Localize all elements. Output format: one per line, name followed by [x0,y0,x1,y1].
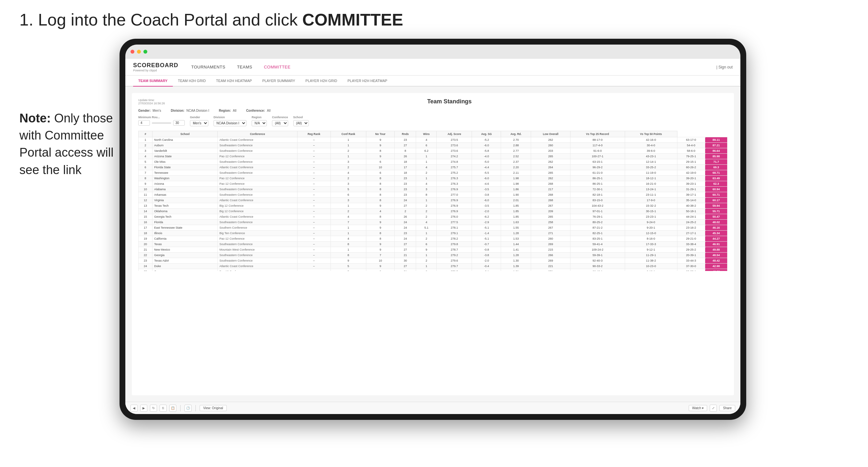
cell-avg-sg: -0.4 [472,263,501,269]
cell: 29-15-1 [677,159,705,165]
cell: 29-21-0 [677,236,705,242]
cell-wins: 2 [416,209,437,214]
table-row[interactable]: 10AlabamaSoutheastern Conference–5823327… [138,187,727,192]
cell-vs-top25: 87-21-2 [570,225,625,230]
sub-nav-player-summary[interactable]: PLAYER SUMMARY [257,75,301,87]
rounds-slider[interactable] [152,122,171,124]
table-row[interactable]: 9ArizonaPac-12 Conference–38234276.3-4.6… [138,181,727,187]
table-row[interactable]: 14OklahomaBig 12 Conference–2422276.9-2.… [138,209,727,214]
table-row[interactable]: 23Texas A&MSoutheastern Conference–91030… [138,258,727,263]
cell-vs-top50: 10-23-0 [625,263,677,269]
toolbar-back-btn[interactable]: ◀ [130,405,137,412]
table-row[interactable]: 11ArkansasSoutheastern Conference–682382… [138,192,727,198]
sub-nav-team-h2h-grid[interactable]: TEAM H2H GRID [173,75,211,87]
table-row[interactable]: 8WashingtonPac-12 Conference–28231276.3-… [138,176,727,181]
cell-wins: 2 [416,214,437,220]
table-row[interactable]: 12VirginiaAtlantic Coast Conference–3824… [138,198,727,203]
cell-no-tour: 8 [366,176,395,181]
sub-nav-team-h2h-heatmap[interactable]: TEAM H2H HEATMAP [211,75,257,87]
cell-rank: 22 [138,253,153,258]
cell-vs-top25: 117-4-0 [570,143,625,148]
table-row[interactable]: 2AuburnSoutheastern Conference–19276273.… [138,143,727,148]
view-original-button[interactable]: View: Original [199,405,227,411]
cell-wins: 6 [416,242,437,247]
min-rounds-to-input[interactable] [173,120,185,126]
table-row[interactable]: 15Georgia TechAtlantic Coast Conference–… [138,214,727,220]
share-button[interactable]: Share [719,405,735,411]
cell-vs-top50: 42-16-0 [625,137,677,143]
browser-minimize[interactable] [137,50,141,54]
cell-conf-rank: 5 [331,269,366,271]
sign-out-link[interactable]: | Sign out [716,65,733,69]
nav-tournaments[interactable]: TOURNAMENTS [191,63,225,71]
table-scroll-area[interactable]: # School Conference Reg Rank Conf Rank N… [138,129,727,271]
table-row[interactable]: 17East Tennessee StateSouthern Conferenc… [138,225,727,230]
cell-low-overall: 221 [531,263,570,269]
cell: 35-14-0 [677,198,705,203]
sub-nav-team-summary[interactable]: TEAM SUMMARY [133,75,173,87]
table-row[interactable]: 1North CarolinaAtlantic Coast Conference… [138,137,727,143]
cell-low-overall: 258 [531,220,570,225]
table-row[interactable]: 24DukeAtlantic Coast Conference–59271279… [138,263,727,269]
toolbar-paste-btn[interactable]: 📋 [169,405,176,412]
table-row[interactable]: 25OregonPac-12 Conference–59210279.5-3.1… [138,269,727,271]
cell-adj-score: 278.7 [437,247,472,253]
cell-conf-rank: 6 [331,192,366,198]
table-row[interactable]: 16FloridaSoutheastern Conference–7924427… [138,220,727,225]
table-row[interactable]: 7TennesseeSoutheastern Conference–461822… [138,170,727,176]
table-row[interactable]: 4Arizona StatePac-12 Conference–19261274… [138,154,727,159]
cell-avg-rd: 1.30 [501,258,531,263]
watch-button[interactable]: Watch ▾ [689,405,708,411]
cell: 31-29-1 [677,187,705,192]
cell-avg-sg: -2.0 [472,209,501,214]
cell: 54-4-0 [677,143,705,148]
cell-low-overall: 268 [531,192,570,198]
cell-rnds: 23 [395,181,416,187]
table-row[interactable]: 20TexasSoutheastern Conference–89276279.… [138,242,727,247]
update-time: Update time: 27/03/2024 16:56:26 [138,98,165,105]
browser-maximize[interactable] [144,50,147,54]
cell-no-tour: 9 [366,269,395,271]
sub-nav-player-h2h-grid[interactable]: PLAYER H2H GRID [301,75,342,87]
toolbar-expand-btn[interactable]: ⤢ [710,405,717,412]
cell-reg-rank: – [297,258,331,263]
cell-conference: Southeastern Conference [218,220,297,225]
toolbar-clock-btn[interactable]: 🕐 [184,405,192,412]
gender-select[interactable]: Men's [190,120,208,126]
cell-adj-score: 273.6 [437,148,472,154]
toolbar-forward-btn[interactable]: ▶ [140,405,147,412]
table-row[interactable]: 18IllinoisBig Ten Conference–18231279.1-… [138,230,727,236]
nav-committee[interactable]: COMMITTEE [264,63,291,71]
toolbar-refresh-btn[interactable]: ↻ [150,405,157,412]
table-row[interactable]: 5Ole MissSoutheastern Conference–3618127… [138,159,727,165]
school-select[interactable]: (All) [293,120,309,126]
nav-teams[interactable]: TEAMS [237,63,252,71]
table-row[interactable]: 19CaliforniaPac-12 Conference–48242278.2… [138,236,727,242]
region-select[interactable]: N/A [252,120,267,126]
cell-vs-top25: 91-6-0 [570,148,625,154]
sub-nav-player-h2h-heatmap[interactable]: PLAYER H2H HEATMAP [342,75,393,87]
table-row[interactable]: 13Texas TechBig 12 Conference–19272276.9… [138,203,727,209]
cell-reg-rank: – [297,209,331,214]
cell-wins: 4 [416,220,437,225]
cell-rank: 10 [138,187,153,192]
toolbar-copy-btn[interactable]: ⎘ [160,405,167,412]
control-gender-label: Gender [190,116,208,119]
cell-reg-rank: – [297,236,331,242]
table-row[interactable]: 3VanderbiltSoutheastern Conference–2886.… [138,148,727,154]
cell-vs-top25: 76-29-1 [570,214,625,220]
cell-low-overall: 264 [531,165,570,170]
min-rounds-from-input[interactable] [138,120,150,126]
cell-low-overall: 203 [531,148,570,154]
browser-close[interactable] [130,50,134,54]
table-row[interactable]: 22GeorgiaSoutheastern Conference–8721127… [138,253,727,258]
instruction-area: 1. Log into the Coach Portal and click C… [20,10,848,30]
cell-adj-score: 276.9 [437,209,472,214]
table-row[interactable]: 6Florida StateAtlantic Coast Conference–… [138,165,727,170]
division-select[interactable]: NCAA Division I [214,120,246,126]
cell-conference: Atlantic Coast Conference [218,165,297,170]
cell-wins: 1 [416,253,437,258]
conference-select[interactable]: (All) [272,120,288,126]
table-row[interactable]: 21New MexicoMountain West Conference–192… [138,247,727,253]
cell-school: California [153,236,218,242]
